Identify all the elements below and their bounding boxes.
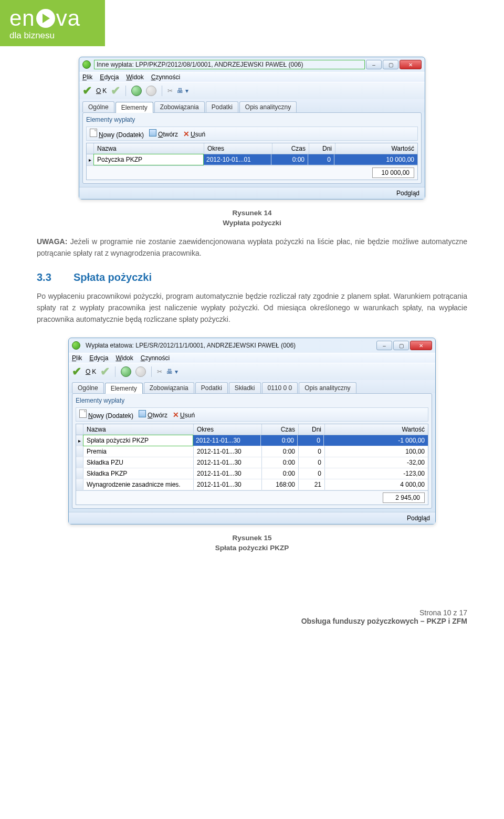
menu-czynnosci[interactable]: Czynności	[141, 354, 170, 362]
open-button[interactable]: Otwórz	[149, 129, 178, 138]
cell-okres: 2012-11-01...30	[194, 457, 262, 468]
col-okres[interactable]: Okres	[194, 424, 262, 435]
tab-zobowiazania[interactable]: Zobowiązania	[144, 382, 194, 393]
cell-nazwa: Wynagrodzenie zasadnicze mies.	[83, 479, 194, 490]
tab-zobowiazania[interactable]: Zobowiązania	[154, 101, 205, 112]
menu-plik[interactable]: Plik	[82, 74, 92, 81]
cell-czas: 0:00	[271, 154, 308, 165]
tab-podatki[interactable]: Podatki	[195, 382, 228, 393]
menu-widok[interactable]: Widok	[116, 354, 133, 362]
menu-edycja[interactable]: Edycja	[89, 354, 108, 362]
tab-podatki[interactable]: Podatki	[206, 101, 238, 112]
menu-czynnosci[interactable]: Czynności	[151, 74, 180, 81]
cell-dni: 0	[298, 435, 324, 446]
tools-icon[interactable]: ✂	[157, 368, 162, 375]
group-title: Elementy wypłaty	[76, 397, 428, 404]
tab-opis[interactable]: Opis analityczny	[239, 101, 297, 112]
cell-nazwa: Składka PZU	[83, 457, 194, 468]
figure-subcaption: Wypłata pożyczki	[37, 219, 467, 227]
col-wartosc[interactable]: Wartość	[325, 424, 428, 435]
menu-edycja[interactable]: Edycja	[100, 74, 119, 81]
row-indicator-icon	[76, 468, 83, 479]
cell-dni: 0	[299, 446, 325, 457]
ok-check-icon[interactable]: ✔	[72, 365, 81, 379]
menu-widok[interactable]: Widok	[126, 74, 143, 81]
col-nazwa[interactable]: Nazwa	[83, 424, 194, 435]
cell-czas: 0:00	[261, 435, 298, 446]
ok-button[interactable]: OK	[96, 87, 107, 94]
nav-forward-button[interactable]	[135, 366, 146, 377]
ok-check-icon[interactable]: ✔	[82, 84, 92, 98]
col-dni[interactable]: Dni	[299, 424, 325, 435]
cell-czas: 0:00	[262, 468, 299, 479]
table-row[interactable]: Premia2012-11-01...300:000100,00	[76, 446, 428, 457]
document-icon	[79, 410, 87, 418]
status-podglad[interactable]: Podgląd	[396, 190, 419, 197]
ok-check-icon-alt: ✔	[100, 365, 110, 379]
window-title: Wypłata etatowa: LPE/SR/2012/11/1/0001, …	[83, 341, 375, 350]
nav-back-button[interactable]	[131, 86, 142, 96]
cell-okres: 2012-11-01...30	[194, 468, 262, 479]
minimize-button[interactable]: –	[376, 341, 392, 350]
nav-back-button[interactable]	[121, 366, 131, 377]
tab-ogolne[interactable]: Ogólne	[82, 101, 114, 112]
col-dni[interactable]: Dni	[309, 143, 335, 154]
cell-wartosc: -1 000,00	[324, 435, 428, 446]
window-loan-payout: Inne wypłata: LPP/PKZP/2012/08/1/0001, A…	[79, 57, 425, 200]
status-podglad[interactable]: Podgląd	[407, 514, 430, 522]
table-row[interactable]: Składka PKZP2012-11-01...300:000-123,00	[76, 468, 428, 479]
tab-ogolne[interactable]: Ogólne	[72, 382, 104, 393]
maximize-button[interactable]: ▢	[383, 60, 398, 69]
table-row[interactable]: Składka PZU2012-11-01...300:000-32,00	[76, 457, 428, 468]
new-button[interactable]: Nowy (Dodatek)	[79, 410, 133, 419]
col-wartosc[interactable]: Wartość	[335, 143, 417, 154]
figure-subcaption: Spłata pożyczki PKZP	[37, 544, 467, 552]
tab-elementy[interactable]: Elementy	[116, 102, 153, 113]
delete-button[interactable]: ✕Usuń	[173, 411, 195, 419]
grid-total: 2 945,00	[383, 492, 425, 503]
col-czas[interactable]: Czas	[262, 424, 299, 435]
open-icon	[149, 129, 156, 136]
cell-nazwa: Spłata pożyczki PKZP	[83, 435, 193, 446]
col-okres[interactable]: Okres	[204, 143, 272, 154]
brand-logo: en va dla biznesu	[0, 0, 105, 46]
cell-dni: 0	[308, 154, 334, 165]
tools-icon[interactable]: ✂	[167, 87, 173, 94]
note-paragraph: UWAGA: Jeżeli w programie nie zostanie z…	[37, 236, 467, 259]
play-icon	[36, 9, 55, 28]
grid-total: 10 000,00	[372, 167, 414, 178]
new-button[interactable]: Nowy (Dodatek)	[90, 129, 144, 139]
open-icon	[139, 410, 146, 417]
cell-nazwa: Pożyczka PKZP	[93, 154, 204, 165]
ok-button[interactable]: OK	[86, 368, 96, 375]
dropdown-icon[interactable]: 🖶 ▾	[177, 87, 188, 94]
tab-code[interactable]: 0110 0 0	[262, 382, 298, 393]
tab-opis[interactable]: Opis analityczny	[299, 382, 356, 393]
logo-part-a: en	[9, 7, 35, 29]
app-icon	[72, 341, 80, 350]
table-row[interactable]: Wynagrodzenie zasadnicze mies.2012-11-01…	[76, 479, 428, 490]
cell-okres: 2012-10-01...01	[203, 154, 271, 165]
tab-skladki[interactable]: Składki	[229, 382, 261, 393]
open-button[interactable]: Otwórz	[139, 410, 167, 419]
close-button[interactable]: ✕	[410, 341, 432, 350]
figure-caption: Rysunek 15	[37, 534, 467, 542]
nav-forward-button[interactable]	[146, 86, 156, 96]
table-row[interactable]: ▸ Pożyczka PKZP 2012-10-01...01 0:00 0 1…	[87, 154, 417, 165]
cell-dni: 0	[299, 457, 325, 468]
table-row[interactable]: ▸Spłata pożyczki PKZP2012-11-01...300:00…	[76, 435, 428, 446]
menu-plik[interactable]: Plik	[72, 354, 82, 362]
col-nazwa[interactable]: Nazwa	[94, 143, 204, 154]
dropdown-icon[interactable]: 🖶 ▾	[166, 368, 177, 375]
maximize-button[interactable]: ▢	[393, 341, 409, 350]
tab-elementy[interactable]: Elementy	[105, 383, 143, 394]
delete-button[interactable]: ✕Usuń	[183, 130, 205, 138]
cell-wartosc: -32,00	[325, 457, 428, 468]
row-indicator-icon	[76, 446, 83, 457]
row-indicator-icon: ▸	[76, 435, 83, 446]
minimize-button[interactable]: –	[366, 60, 382, 69]
cell-wartosc: 100,00	[325, 446, 428, 457]
col-czas[interactable]: Czas	[272, 143, 309, 154]
cell-dni: 21	[299, 479, 325, 490]
close-button[interactable]: ✕	[400, 60, 422, 69]
